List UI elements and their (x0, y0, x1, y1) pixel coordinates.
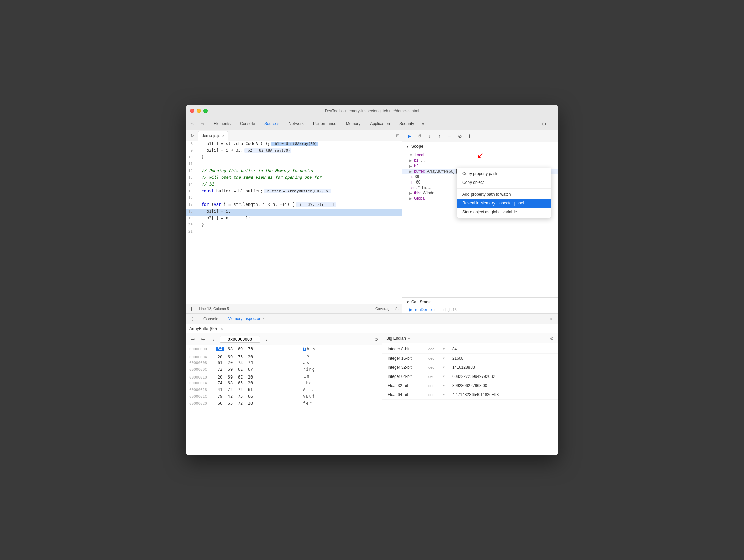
minimize-button[interactable] (197, 109, 201, 113)
step-button[interactable]: → (446, 132, 454, 140)
step-over-button[interactable]: ↺ (415, 132, 423, 140)
callstack-item-0[interactable]: ▶ runDemo demo-js.js:18 (402, 306, 558, 313)
line-num-13: 13 (186, 175, 197, 180)
hex-byte-74a[interactable]: 74 (216, 381, 224, 385)
hex-byte-75[interactable]: 75 (237, 394, 244, 399)
hex-byte-6ea[interactable]: 6E (237, 375, 244, 380)
tab-security[interactable]: Security (395, 117, 419, 130)
device-icon[interactable]: ▭ (198, 120, 206, 128)
settings-icon[interactable]: ⚙ (539, 119, 549, 129)
hex-byte-20c[interactable]: 20 (226, 360, 234, 365)
hex-byte-69[interactable]: 69 (237, 347, 244, 351)
source-panel-expand[interactable]: ⊡ (396, 133, 399, 138)
hex-byte-69a[interactable]: 69 (226, 354, 234, 359)
this-expand-icon: ▶ (409, 191, 412, 195)
hex-byte-20g[interactable]: 20 (247, 401, 254, 406)
memory-inspector-tab-close[interactable]: × (262, 317, 264, 320)
hex-address-input[interactable] (220, 336, 260, 343)
hex-prev-button[interactable]: ‹ (210, 336, 217, 343)
hex-byte-20a[interactable]: 20 (216, 354, 224, 359)
tab-memory[interactable]: Memory (341, 117, 365, 130)
hex-byte-42[interactable]: 42 (226, 394, 234, 399)
hex-byte-79[interactable]: 79 (216, 394, 224, 399)
hex-byte-72[interactable]: 72 (216, 367, 224, 372)
hex-byte-68a[interactable]: 68 (226, 381, 234, 385)
hex-byte-73[interactable]: 73 (247, 347, 254, 351)
ctx-add-property-watch[interactable]: Add property path to watch (457, 190, 551, 199)
hex-byte-54[interactable]: 54 (216, 347, 224, 351)
int8-dropdown[interactable]: ▼ (442, 347, 445, 351)
ctx-copy-object[interactable]: Copy object (457, 178, 551, 187)
hex-byte-73b[interactable]: 73 (237, 360, 244, 365)
hex-byte-61[interactable]: 61 (247, 387, 254, 392)
hex-byte-6e[interactable]: 6E (237, 367, 244, 372)
line-num-16: 16 (186, 195, 197, 200)
hex-byte-73a[interactable]: 73 (237, 354, 244, 359)
hex-forward-button[interactable]: ↪ (199, 336, 207, 343)
step-into-button[interactable]: ↓ (425, 132, 434, 140)
hex-row-18: 00000018 41 72 72 61 A r (186, 387, 382, 394)
int64-dropdown[interactable]: ▼ (442, 375, 445, 378)
tab-console[interactable]: Console (235, 117, 260, 130)
scope-item-b1[interactable]: ▶ b1: … (402, 158, 558, 163)
source-file-tab[interactable]: demo-js.js × (198, 131, 228, 141)
tabs-overflow[interactable]: » (420, 117, 426, 130)
tab-memory-inspector-bottom[interactable]: Memory Inspector × (223, 314, 269, 324)
hex-byte-66[interactable]: 66 (247, 394, 254, 399)
mi-settings-icon[interactable]: ⚙ (550, 336, 554, 341)
source-panel-icon[interactable]: ▷ (189, 132, 197, 140)
pause-on-exceptions-button[interactable]: ⏸ (466, 132, 474, 140)
source-file-close[interactable]: × (222, 134, 224, 138)
hex-byte-68[interactable]: 68 (226, 347, 234, 351)
tab-console-bottom[interactable]: Console (199, 314, 223, 324)
tab-network[interactable]: Network (284, 117, 308, 130)
ctx-store-global[interactable]: Store object as global variable (457, 208, 551, 216)
hex-byte-20f[interactable]: 20 (247, 381, 254, 385)
hex-byte-66b[interactable]: 66 (216, 401, 224, 406)
hex-byte-74[interactable]: 74 (247, 360, 254, 365)
callstack-header[interactable]: ▼ Call Stack (402, 297, 558, 306)
float32-dropdown[interactable]: ▼ (442, 384, 445, 387)
hex-row-10: 00000010 20 69 6E 20 i (186, 374, 382, 381)
hex-refresh-button[interactable]: ↺ (374, 337, 378, 342)
cursor-icon[interactable]: ↖ (189, 120, 197, 128)
ctx-copy-property-path[interactable]: Copy property path (457, 169, 551, 178)
maximize-button[interactable] (203, 109, 208, 113)
hex-byte-69b[interactable]: 69 (226, 367, 234, 372)
ctx-reveal-memory-inspector[interactable]: Reveal in Memory Inspector panel (457, 199, 551, 208)
tab-sources[interactable]: Sources (260, 117, 284, 130)
hex-byte-20d[interactable]: 20 (216, 375, 224, 380)
int32-dropdown[interactable]: ▼ (442, 366, 445, 369)
float64-dropdown[interactable]: ▼ (442, 393, 445, 396)
devtools-tabbar: ↖ ▭ Elements Console Sources Network Per… (186, 117, 558, 130)
bottom-tab-menu[interactable]: ⋮ (189, 315, 197, 323)
hex-byte-61[interactable]: 61 (216, 360, 224, 365)
mi-buffer-close[interactable]: × (221, 327, 223, 331)
bottom-panel-close[interactable]: × (547, 316, 555, 322)
step-out-button[interactable]: ↑ (436, 132, 444, 140)
tab-performance[interactable]: Performance (308, 117, 341, 130)
hex-addr-18: 00000018 (189, 388, 216, 392)
deactivate-breakpoints-button[interactable]: ⊘ (456, 132, 464, 140)
hex-byte-41[interactable]: 41 (216, 387, 224, 392)
hex-next-button[interactable]: › (263, 336, 270, 343)
endian-select[interactable]: Big Endian ▼ (386, 336, 411, 341)
scope-header[interactable]: ▼ Scope (402, 142, 558, 151)
hex-byte-65[interactable]: 65 (237, 381, 244, 385)
hex-byte-69c[interactable]: 69 (226, 375, 234, 380)
int16-dropdown[interactable]: ▼ (442, 357, 445, 360)
more-options-icon[interactable]: ⋮ (549, 119, 555, 129)
scope-local-header[interactable]: ▼ Local (402, 152, 558, 158)
hex-byte-20b[interactable]: 20 (247, 354, 254, 359)
hex-byte-20e[interactable]: 20 (247, 375, 254, 380)
close-button[interactable] (190, 109, 194, 113)
hex-byte-72b[interactable]: 72 (237, 387, 244, 392)
tab-application[interactable]: Application (365, 117, 395, 130)
resume-button[interactable]: ▶ (405, 132, 413, 140)
tab-elements[interactable]: Elements (209, 117, 235, 130)
hex-byte-72c[interactable]: 72 (237, 401, 244, 406)
hex-back-button[interactable]: ↩ (189, 336, 197, 343)
hex-byte-72a[interactable]: 72 (226, 387, 234, 392)
hex-byte-65a[interactable]: 65 (226, 401, 234, 406)
hex-byte-67[interactable]: 67 (247, 367, 254, 372)
